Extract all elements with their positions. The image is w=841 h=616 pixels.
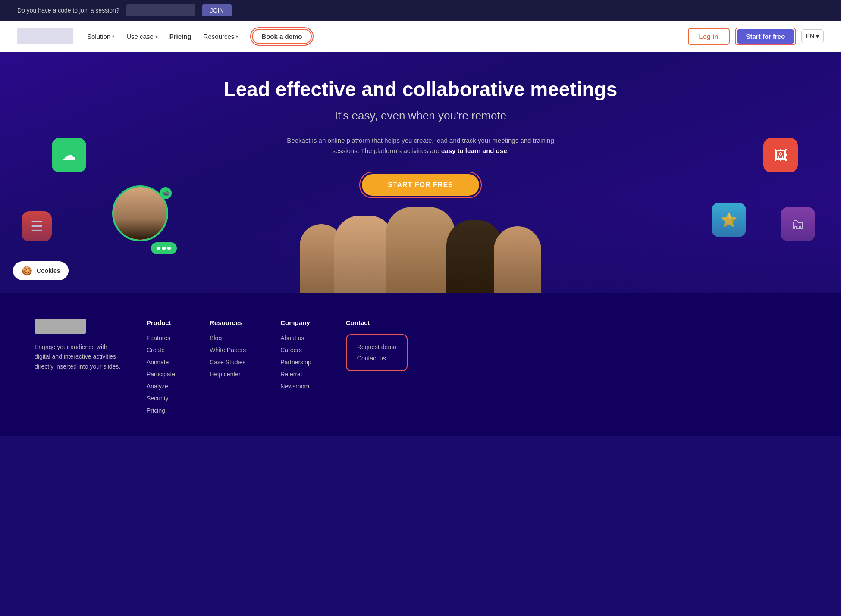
people-group: [304, 207, 537, 293]
footer-link-participate[interactable]: Participate: [147, 371, 175, 378]
footer-link-whitepapers[interactable]: White Papers: [210, 347, 246, 353]
chat-dot-2: [162, 247, 166, 250]
start-free-nav-button[interactable]: Start for free: [737, 29, 794, 44]
cloud-icon: ☁: [52, 138, 86, 172]
list-item: Participate: [147, 370, 175, 378]
cookies-icon: 🍪: [22, 266, 32, 276]
person-5: [494, 226, 541, 293]
nav-usecase[interactable]: Use case ▾: [126, 33, 157, 40]
footer: Engage your audience with digital and in…: [0, 293, 841, 436]
list-item: Features: [147, 334, 175, 342]
footer-resources-heading: Resources: [210, 319, 246, 326]
chat-bubble: [151, 242, 177, 254]
list-item: Help center: [210, 370, 246, 378]
hero-headline: Lead effective and collaborative meeting…: [17, 78, 824, 101]
navbar: Solution ▾ Use case ▾ Pricing Resources …: [0, 21, 841, 52]
resources-arrow-icon: ▾: [236, 34, 238, 39]
book-demo-wrap: Book a demo: [250, 27, 313, 46]
join-button[interactable]: JOIN: [202, 4, 232, 16]
footer-link-security[interactable]: Security: [147, 395, 169, 402]
list-item: Partnership: [280, 358, 311, 366]
footer-link-analyze[interactable]: Analyze: [147, 383, 168, 390]
footer-col-contact: Contact Request demo Contact us: [346, 319, 441, 419]
presentation-icon: 🖼: [763, 138, 798, 172]
footer-link-partnership[interactable]: Partnership: [280, 359, 311, 366]
login-button[interactable]: Log in: [690, 30, 728, 43]
footer-link-casestudies[interactable]: Case Studies: [210, 359, 245, 366]
lang-arrow-icon: ▾: [816, 33, 819, 40]
list-item: Careers: [280, 346, 311, 354]
hero-subheadline: It's easy, even when you're remote: [17, 109, 824, 122]
list-item: About us: [280, 334, 311, 342]
footer-link-careers[interactable]: Careers: [280, 347, 302, 353]
chat-dot-1: [157, 247, 160, 250]
contact-inner: Request demo Contact us: [348, 337, 405, 369]
footer-link-request-demo[interactable]: Request demo: [357, 344, 396, 350]
list-item: Animate: [147, 358, 175, 366]
lang-button[interactable]: EN ▾: [801, 29, 824, 43]
cookies-label: Cookies: [37, 267, 60, 274]
footer-link-features[interactable]: Features: [147, 335, 170, 341]
usecase-arrow-icon: ▾: [155, 34, 157, 39]
hero-description: Beekast is an online platform that helps…: [274, 135, 567, 156]
session-text: Do you have a code to join a session?: [17, 7, 119, 14]
footer-col-company: Company About us Careers Partnership Ref…: [280, 319, 311, 419]
nav-links: Solution ▾ Use case ▾ Pricing Resources …: [87, 27, 674, 46]
solution-arrow-icon: ▾: [112, 34, 114, 39]
list-item: Referral: [280, 370, 311, 378]
logo[interactable]: [17, 28, 73, 44]
footer-product-list: Features Create Animate Participate Anal…: [147, 334, 175, 414]
list-item: White Papers: [210, 346, 246, 354]
cookies-bar[interactable]: 🍪 Cookies: [13, 261, 69, 280]
footer-link-referral[interactable]: Referral: [280, 371, 302, 378]
session-code-input[interactable]: [126, 4, 195, 16]
footer-resources-list: Blog White Papers Case Studies Help cent…: [210, 334, 246, 378]
person-3: [386, 207, 455, 293]
list-item: Create: [147, 346, 175, 354]
nav-resources[interactable]: Resources ▾: [204, 33, 238, 40]
footer-link-animate[interactable]: Animate: [147, 359, 169, 366]
footer-link-newsroom[interactable]: Newsroom: [280, 383, 309, 390]
footer-product-heading: Product: [147, 319, 175, 326]
login-btn-wrap: Log in: [688, 28, 730, 45]
list-item: Newsroom: [280, 382, 311, 390]
footer-contact-heading: Contact: [346, 319, 441, 326]
person-2: [334, 216, 395, 293]
footer-brand: Engage your audience with digital and in…: [35, 319, 121, 419]
footer-link-contact-us[interactable]: Contact us: [357, 355, 396, 362]
video-camera-icon: 📹: [160, 187, 172, 199]
list-item: Analyze: [147, 382, 175, 390]
footer-link-helpcenter[interactable]: Help center: [210, 371, 241, 378]
nav-solution[interactable]: Solution ▾: [87, 33, 114, 40]
top-bar: Do you have a code to join a session? JO…: [0, 0, 841, 21]
footer-link-pricing[interactable]: Pricing: [147, 407, 165, 414]
footer-company-heading: Company: [280, 319, 311, 326]
start-free-wrap: Start for free: [735, 28, 796, 45]
list-item: Case Studies: [210, 358, 246, 366]
nav-pricing[interactable]: Pricing: [169, 33, 191, 40]
footer-col-resources: Resources Blog White Papers Case Studies…: [210, 319, 246, 419]
footer-brand-description: Engage your audience with digital and in…: [35, 342, 121, 371]
video-inner: [114, 187, 166, 240]
book-demo-button[interactable]: Book a demo: [252, 29, 311, 44]
footer-col-product: Product Features Create Animate Particip…: [147, 319, 175, 419]
nav-right: Log in Start for free EN ▾: [688, 28, 824, 45]
chat-dot-3: [167, 247, 171, 250]
contact-wrap: Request demo Contact us: [346, 334, 408, 371]
footer-link-blog[interactable]: Blog: [210, 335, 222, 341]
footer-link-create[interactable]: Create: [147, 347, 165, 353]
list-item: Blog: [210, 334, 246, 342]
hero-section: ☁ 🖼 ☰ ⭐ 🗂 Lead effective and collaborati…: [0, 52, 841, 293]
footer-logo: [35, 319, 86, 334]
footer-company-list: About us Careers Partnership Referral Ne…: [280, 334, 311, 390]
list-item: Security: [147, 394, 175, 402]
footer-link-about[interactable]: About us: [280, 335, 304, 341]
video-bubble: 📹: [112, 185, 168, 241]
list-item: Pricing: [147, 406, 175, 414]
footer-cols: Product Features Create Animate Particip…: [147, 319, 806, 419]
